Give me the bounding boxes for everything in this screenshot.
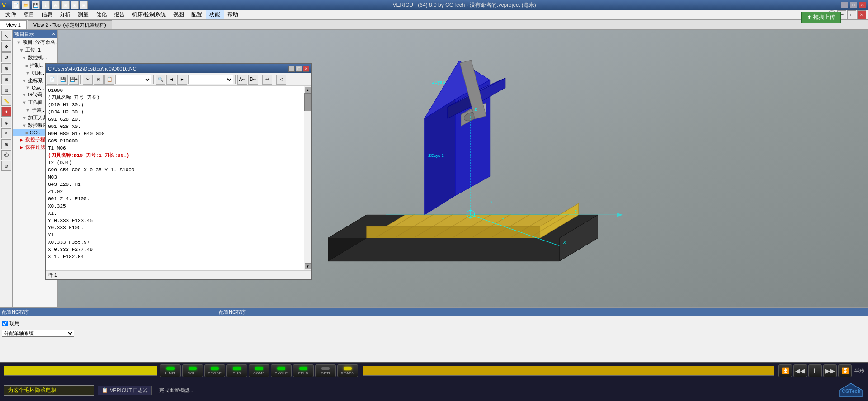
nav-pause[interactable]: ⏸: [808, 364, 822, 377]
log-tab[interactable]: 📋 VERICUT 日志器: [98, 386, 152, 395]
ltb-tool4[interactable]: ⊕: [1, 139, 11, 149]
scroll-up-btn[interactable]: ▲: [305, 87, 311, 93]
sim-btn-sub[interactable]: SUB: [226, 364, 247, 377]
upload-button[interactable]: ⬆ 拖拽上传: [801, 12, 841, 23]
sim-btn-comp[interactable]: COMP: [249, 364, 269, 377]
sim-btn-opti[interactable]: OPTI: [315, 364, 336, 377]
tab-view1[interactable]: View 1: [0, 20, 27, 29]
menu-bar: 文件 项目 信息 分析 测量 优化 报告 机床/控制系统 视图 配置 功能 帮助…: [0, 10, 868, 20]
menu-view[interactable]: 视图: [170, 10, 188, 19]
ltb-tool2[interactable]: ◈: [1, 118, 11, 127]
nc-tb-undo[interactable]: ↩: [262, 75, 272, 85]
nc-line-11: G90 G54 G00 X-0.35 Y-1. S1000: [47, 166, 303, 174]
ltb-select[interactable]: ↖: [1, 31, 11, 41]
nc-tb-cut[interactable]: ✂: [83, 75, 93, 85]
menu-info[interactable]: 信息: [38, 10, 56, 19]
nc-tb-new[interactable]: 📄: [47, 75, 57, 85]
menu-measure[interactable]: 测量: [74, 10, 92, 19]
scroll-down-btn[interactable]: ▼: [305, 263, 311, 269]
nc-minimize[interactable]: ─: [288, 66, 295, 72]
project-panel-close[interactable]: ✕: [52, 31, 56, 37]
ltb-fit[interactable]: ⊞: [1, 74, 11, 84]
sim-btn-coll[interactable]: COLL: [182, 364, 203, 377]
nc-tb-prev[interactable]: ◄: [166, 75, 176, 85]
nc-tb-rewindB[interactable]: B⇐: [248, 75, 258, 85]
scroll-thumb[interactable]: [304, 93, 311, 111]
sim-btn-probe[interactable]: PROBE: [204, 364, 225, 377]
nc-tb-rewindA[interactable]: A⇐: [237, 75, 247, 85]
maximize-button[interactable]: □: [850, 2, 857, 8]
nc-line-14: Z1.02: [47, 188, 303, 195]
ltb-tool5[interactable]: Ⓢ: [1, 150, 11, 160]
nc-maximize[interactable]: □: [296, 66, 302, 72]
nc-tb-next[interactable]: ►: [177, 75, 187, 85]
menu-config[interactable]: 配置: [188, 10, 206, 19]
nc-line-18: Y-0.333 F133.45: [47, 217, 303, 224]
nc-close[interactable]: ✕: [303, 66, 309, 72]
menu-file[interactable]: 文件: [2, 10, 20, 19]
nc-content[interactable]: O1000 (刀具名称 刀号 刀长) (D10 H1 30.) (DJ4 H2 …: [46, 86, 304, 270]
nc-tb-print[interactable]: 🖨: [276, 75, 286, 85]
tb-extra3[interactable]: ▣: [80, 1, 88, 9]
tb-save[interactable]: 💾: [32, 1, 40, 9]
close-button[interactable]: ✕: [859, 2, 866, 8]
svg-text:X: X: [575, 209, 578, 214]
nc-title-text: C:\Users\yt-012\Desktop\nc0\O0010.NC: [48, 66, 137, 71]
ltb-zoom[interactable]: ⊕: [1, 63, 11, 73]
svg-text:X: X: [563, 240, 566, 245]
nc-line-9: (刀具名称:D10 刀号:1 刀长:30.): [47, 152, 303, 159]
menu-project[interactable]: 项目: [20, 10, 38, 19]
nc-line-19: Y0.333 F105.: [47, 224, 303, 231]
nav-bottom[interactable]: ⏬: [838, 364, 852, 377]
menu-report[interactable]: 报告: [110, 10, 128, 19]
minimize-button[interactable]: ─: [841, 2, 848, 8]
ltb-tool1[interactable]: ✦: [1, 107, 11, 117]
ltb-rotate[interactable]: ↺: [1, 52, 11, 62]
nc-tb-paste[interactable]: 📋: [104, 75, 114, 85]
nc-tb-save[interactable]: 💾: [58, 75, 68, 85]
nc-line-5: G91 G28 X0.: [47, 123, 303, 130]
nc-dropdown1[interactable]: [115, 75, 151, 84]
nc-tb-copy[interactable]: ⎘: [94, 75, 104, 85]
nc-tb-find[interactable]: 🔍: [156, 75, 165, 85]
ltb-tool3[interactable]: ⌖: [1, 128, 11, 138]
tree-item-cnc[interactable]: ▼ 数控机...: [13, 54, 57, 61]
tb-extra2[interactable]: ▣: [71, 1, 79, 9]
close-app[interactable]: ✕: [857, 10, 866, 19]
tree-item-project[interactable]: ▼ 项目: 没有命名...: [13, 38, 57, 46]
sim-btn-feld[interactable]: FELD: [293, 364, 314, 377]
svg-text:ZCys 1: ZCys 1: [432, 80, 446, 85]
nav-next[interactable]: ▶▶: [823, 364, 837, 377]
tb-print[interactable]: 🖨: [52, 1, 60, 9]
menu-function[interactable]: 功能: [206, 10, 224, 19]
tree-item-workstation[interactable]: ▼ 工位: 1: [13, 46, 57, 54]
ltb-move[interactable]: ✥: [1, 42, 11, 52]
ltb-measure[interactable]: 📏: [1, 96, 11, 106]
menu-help[interactable]: 帮助: [224, 10, 242, 19]
tb-new[interactable]: 📄: [12, 1, 20, 9]
svg-text:Y: Y: [490, 200, 493, 204]
log-content: 完成重置模型...: [159, 387, 193, 394]
menu-machine[interactable]: 机床/控制系统: [128, 10, 170, 19]
ltb-section[interactable]: ⊟: [1, 85, 11, 95]
nc-tb-saveas[interactable]: 💾+: [69, 75, 79, 85]
tb-open[interactable]: 📂: [22, 1, 30, 9]
config-dropdown[interactable]: 分配单轴系统: [2, 330, 74, 337]
menu-optimize[interactable]: 优化: [92, 10, 110, 19]
ltb-tool6[interactable]: ⊘: [1, 161, 11, 171]
tab-view2[interactable]: View 2 - Tool (标定对刀机装规程): [28, 20, 112, 29]
nc-dropdown2[interactable]: [188, 75, 233, 84]
menu-analysis[interactable]: 分析: [56, 10, 74, 19]
nav-top[interactable]: ⏫: [778, 364, 792, 377]
config-checkbox[interactable]: [2, 321, 8, 326]
nc-line-4: G91 G28 Z0.: [47, 116, 303, 123]
nav-prev[interactable]: ◀◀: [793, 364, 807, 377]
maximize-app[interactable]: □: [847, 10, 856, 19]
tb-info[interactable]: ℹ: [42, 1, 50, 9]
sim-btn-cycle[interactable]: CYCLE: [271, 364, 292, 377]
tb-extra1[interactable]: ▣: [61, 1, 70, 9]
nc-scrollbar[interactable]: ▲ ▼: [304, 86, 311, 270]
sim-btn-limit[interactable]: LIMIT: [160, 364, 181, 377]
sim-btn-ready[interactable]: READY: [337, 364, 358, 377]
nc-line-13: G43 Z20. H1: [47, 181, 303, 188]
